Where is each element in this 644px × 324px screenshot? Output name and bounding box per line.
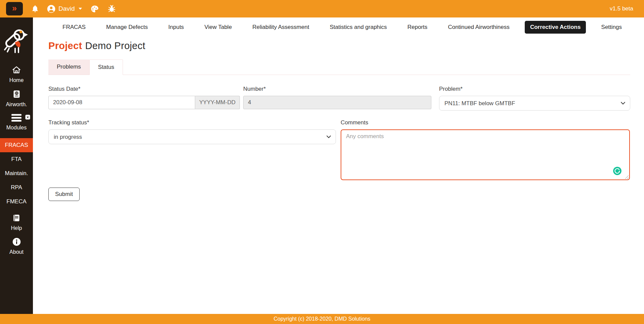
person-circle-icon [47, 4, 56, 13]
chevron-down-icon [79, 8, 82, 10]
nav-item-reports[interactable]: Reports [402, 21, 433, 34]
sidebar: Home Airworth. Modules [0, 17, 33, 314]
theme-palette-icon[interactable] [90, 4, 99, 13]
sidebar-toggle-button[interactable]: » [6, 2, 23, 15]
status-form: Status Date* YYYY-MM-DD Number* Problem* [48, 86, 630, 201]
nav-item-inputs[interactable]: Inputs [163, 21, 189, 34]
submit-button[interactable]: Submit [48, 188, 80, 201]
number-input[interactable] [243, 96, 431, 109]
tab-status[interactable]: Status [89, 59, 123, 75]
app-window: » David [0, 0, 644, 324]
user-menu[interactable]: David [47, 4, 82, 13]
debug-bug-icon[interactable] [107, 4, 116, 13]
nav-item-reliability-assessment[interactable]: Reliability Assessment [247, 21, 314, 34]
robin-logo [3, 28, 30, 56]
date-format-addon: YYYY-MM-DD [195, 96, 240, 109]
problem-label: Problem* [439, 86, 630, 92]
page-title: ProjectDemo Project [48, 40, 630, 51]
footer: Copyright (c) 2018-2020, DMD Solutions [0, 314, 644, 324]
problem-select[interactable]: PN11: MTBF below GMTBF [439, 96, 630, 111]
notifications-bell-icon[interactable] [31, 4, 39, 13]
page-title-prefix: Project [48, 40, 82, 51]
house-icon [12, 65, 21, 75]
sidebar-item-label: Help [11, 225, 22, 231]
sidebar-item-label: Modules [6, 125, 27, 131]
main-content: FRACAS Manage Defects Inputs View Table … [33, 17, 644, 314]
copyright-text: Copyright (c) 2018-2020, DMD Solutions [273, 316, 370, 322]
status-date-input[interactable] [48, 96, 195, 109]
caret-down-square-icon[interactable] [25, 115, 30, 120]
nav-item-view-table[interactable]: View Table [199, 21, 238, 34]
sidebar-item-label: About [9, 249, 24, 255]
status-date-label: Status Date* [48, 86, 240, 92]
passport-globe-icon [12, 89, 21, 99]
sidebar-item-modules[interactable]: Modules [0, 113, 33, 131]
book-icon [12, 213, 21, 222]
version-label: v1.5 beta [610, 5, 633, 12]
grammarly-icon[interactable] [613, 166, 622, 175]
nav-item-fracas[interactable]: FRACAS [57, 21, 91, 34]
nav-item-continued-airworthiness[interactable]: Continued Airworthiness [442, 21, 515, 34]
sidebar-item-airworthiness[interactable]: Airworth. [0, 89, 33, 108]
sidebar-item-fmeca[interactable]: FMECA [0, 195, 33, 209]
user-name: David [58, 5, 75, 12]
sidebar-item-fta[interactable]: FTA [0, 152, 33, 166]
tracking-status-select[interactable]: in progress [48, 129, 336, 144]
nav-item-manage-defects[interactable]: Manage Defects [101, 21, 153, 34]
nav-item-corrective-actions[interactable]: Corrective Actions [525, 21, 586, 34]
sidebar-item-label: Home [9, 77, 24, 83]
sidebar-item-fracas[interactable]: FRACAS [0, 138, 33, 152]
tab-problems[interactable]: Problems [48, 59, 89, 75]
tab-bar: Problems Status [48, 59, 630, 75]
comments-textarea[interactable] [341, 129, 630, 180]
number-label: Number* [243, 86, 431, 92]
sidebar-item-rpa[interactable]: RPA [0, 180, 33, 195]
nav-item-settings[interactable]: Settings [596, 21, 627, 34]
sidebar-item-label: Airworth. [6, 102, 27, 108]
hamburger-icon [11, 114, 22, 122]
nav-item-statistics-and-graphics[interactable]: Statistics and graphics [325, 21, 392, 34]
sidebar-item-maintain[interactable]: Maintain. [0, 166, 33, 180]
sidebar-item-home[interactable]: Home [0, 65, 33, 84]
info-circle-icon [12, 237, 21, 246]
sidebar-item-help[interactable]: Help [0, 213, 33, 232]
page-title-project-name: Demo Project [85, 40, 145, 51]
topbar: » David [0, 0, 644, 17]
tracking-status-label: Tracking status* [48, 119, 336, 126]
module-nav: FRACAS Manage Defects Inputs View Table … [33, 17, 644, 34]
sidebar-item-about[interactable]: About [0, 237, 33, 256]
comments-label: Comments [341, 119, 630, 126]
